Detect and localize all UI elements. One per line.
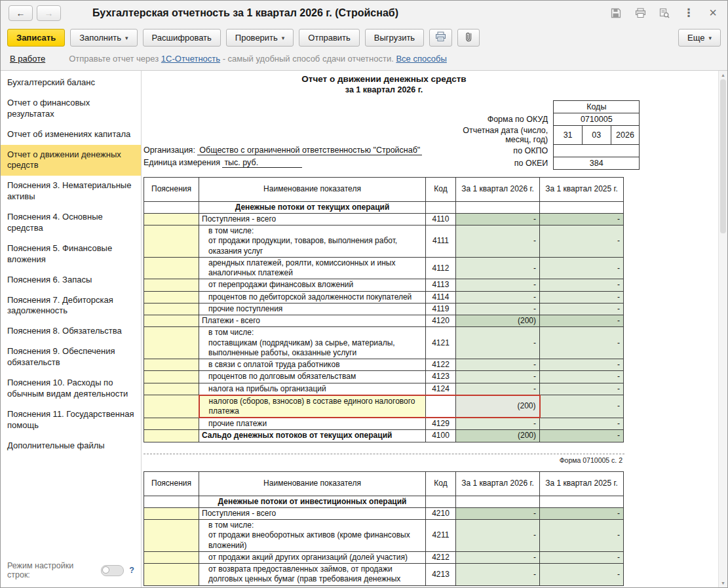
value-2025-cell[interactable]: -: [540, 225, 624, 258]
scroll-up-icon[interactable]: ▲: [721, 71, 725, 79]
print-icon[interactable]: [634, 7, 647, 20]
value-2026-cell[interactable]: -: [456, 507, 540, 519]
forward-button[interactable]: →: [37, 5, 61, 21]
explanation-cell[interactable]: [144, 303, 199, 315]
code-cell[interactable]: 4100: [426, 430, 456, 442]
value-2025-cell[interactable]: -: [540, 279, 624, 291]
code-cell[interactable]: 4120: [426, 315, 456, 327]
report-date-day[interactable]: 31: [554, 126, 582, 144]
code-cell[interactable]: 4124: [426, 383, 456, 395]
explanation-cell[interactable]: [144, 291, 199, 303]
report-state-link[interactable]: В работе: [10, 54, 45, 64]
sidebar-item-9[interactable]: Пояснения 8. Обязательства: [1, 321, 141, 342]
code-cell[interactable]: 4129: [426, 418, 456, 430]
explanation-cell[interactable]: [144, 315, 199, 327]
value-2026-cell[interactable]: -: [456, 225, 540, 258]
value-2026-cell[interactable]: -: [456, 213, 540, 225]
sidebar-item-11[interactable]: Пояснения 10. Расходы по обычным видам д…: [1, 373, 141, 404]
report-date-year[interactable]: 2026: [611, 126, 640, 144]
explanation-cell[interactable]: [144, 520, 199, 552]
code-cell[interactable]: [426, 496, 456, 507]
sidebar-item-5[interactable]: Пояснения 4. Основные средства: [1, 207, 141, 239]
code-cell[interactable]: 4212: [426, 551, 456, 563]
explanation-cell[interactable]: [144, 359, 199, 371]
value-2026-cell[interactable]: -: [456, 327, 540, 359]
explanation-cell[interactable]: [144, 418, 199, 430]
explanation-cell[interactable]: [144, 430, 199, 442]
explanation-cell[interactable]: [144, 225, 199, 258]
help-link[interactable]: ?: [129, 566, 134, 575]
value-2025-cell[interactable]: -: [540, 395, 624, 418]
okud-value[interactable]: 0710005: [553, 113, 640, 126]
more-button[interactable]: Еще ▾: [678, 29, 721, 47]
sidebar-item-3[interactable]: Отчет о движении денежных средств: [1, 145, 141, 176]
value-2026-cell[interactable]: -: [456, 520, 540, 552]
value-2026-cell[interactable]: (200): [456, 395, 540, 418]
value-2025-cell[interactable]: [540, 201, 624, 213]
explanation-cell[interactable]: [144, 507, 199, 519]
kebab-menu-icon[interactable]: ⋮: [682, 7, 695, 20]
explanation-cell[interactable]: [144, 371, 199, 383]
code-cell[interactable]: 4213: [426, 564, 456, 585]
sidebar-item-12[interactable]: Пояснения 11. Государственная помощь: [1, 404, 141, 436]
row-settings-toggle[interactable]: [101, 565, 124, 576]
toolbar-export-button[interactable]: Выгрузить: [365, 29, 424, 47]
service-link[interactable]: 1С-Отчетность: [161, 54, 220, 64]
code-cell[interactable]: 4111: [426, 225, 456, 258]
value-2025-cell[interactable]: -: [540, 257, 624, 279]
sidebar-item-10[interactable]: Пояснения 9. Обеспечения обязательств: [1, 342, 141, 373]
sidebar-item-8[interactable]: Пояснения 7. Дебиторская задолженность: [1, 290, 141, 322]
explanation-cell[interactable]: [144, 496, 199, 507]
okpo-value[interactable]: [553, 144, 640, 157]
value-2025-cell[interactable]: -: [540, 303, 624, 315]
print-button[interactable]: [429, 29, 452, 47]
sidebar-item-2[interactable]: Отчет об изменениях капитала: [1, 125, 141, 145]
value-2026-cell[interactable]: (200): [456, 315, 540, 327]
toolbar-save-button[interactable]: Записать: [7, 29, 65, 47]
toolbar-send-button[interactable]: Отправить: [299, 29, 359, 47]
back-button[interactable]: ←: [9, 5, 33, 21]
explanation-cell[interactable]: [144, 551, 199, 563]
value-2026-cell[interactable]: (200): [456, 430, 540, 442]
value-2025-cell[interactable]: -: [540, 315, 624, 327]
code-cell[interactable]: 4119: [426, 303, 456, 315]
value-2026-cell[interactable]: -: [456, 371, 540, 383]
value-2025-cell[interactable]: -: [540, 507, 624, 519]
value-2026-cell[interactable]: -: [456, 291, 540, 303]
vertical-scrollbar[interactable]: ▲ ▼: [718, 71, 727, 587]
save-icon[interactable]: [609, 7, 623, 20]
attachments-button[interactable]: [457, 29, 480, 47]
value-2026-cell[interactable]: -: [456, 279, 540, 291]
value-2025-cell[interactable]: -: [540, 291, 624, 303]
value-2025-cell[interactable]: -: [540, 430, 624, 442]
value-2026-cell[interactable]: -: [456, 418, 540, 430]
code-cell[interactable]: 4210: [426, 507, 456, 519]
code-cell[interactable]: 4211: [426, 520, 456, 552]
sidebar-item-4[interactable]: Пояснения 3. Нематериальные активы: [1, 176, 141, 207]
value-2026-cell[interactable]: -: [456, 551, 540, 563]
close-icon[interactable]: ×: [706, 7, 719, 20]
value-2025-cell[interactable]: -: [540, 551, 624, 563]
explanation-cell[interactable]: [144, 327, 199, 359]
value-2025-cell[interactable]: -: [540, 213, 624, 225]
value-2025-cell[interactable]: [540, 496, 624, 507]
find-icon[interactable]: [658, 7, 671, 20]
explanation-cell[interactable]: [144, 383, 199, 395]
code-cell[interactable]: 4121: [426, 327, 456, 359]
value-2025-cell[interactable]: -: [540, 359, 624, 371]
scroll-down-icon[interactable]: ▼: [721, 579, 725, 587]
value-2026-cell[interactable]: -: [456, 359, 540, 371]
all-ways-link[interactable]: Все способы: [396, 54, 446, 64]
sidebar-item-1[interactable]: Отчет о финансовых результатах: [1, 93, 141, 125]
scrollbar-thumb[interactable]: [720, 79, 726, 233]
code-cell[interactable]: 4112: [426, 257, 456, 279]
code-cell[interactable]: 4122: [426, 359, 456, 371]
value-2025-cell[interactable]: -: [540, 383, 624, 395]
sidebar-item-7[interactable]: Пояснения 6. Запасы: [1, 270, 141, 290]
code-cell[interactable]: [426, 201, 456, 213]
value-2026-cell[interactable]: -: [456, 257, 540, 279]
sidebar-item-13[interactable]: Дополнительные файлы: [1, 436, 141, 456]
unit-value[interactable]: тыс. руб.: [222, 158, 302, 168]
explanation-cell[interactable]: [144, 213, 199, 225]
value-2025-cell[interactable]: -: [540, 418, 624, 430]
